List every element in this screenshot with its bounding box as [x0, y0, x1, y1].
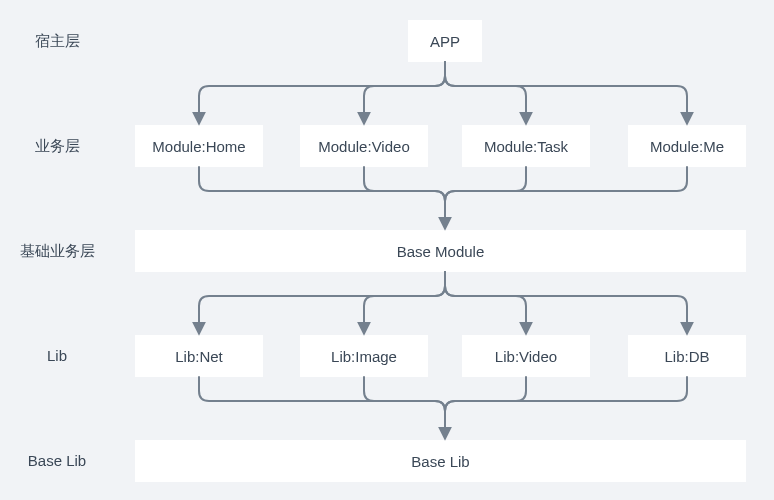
node-lib-db: Lib:DB — [628, 335, 746, 377]
node-base-module: Base Module — [135, 230, 746, 272]
node-lib-image: Lib:Image — [300, 335, 428, 377]
architecture-diagram: 宿主层 业务层 基础业务层 Lib Base Lib APP Module:Ho… — [0, 0, 774, 500]
node-base-lib: Base Lib — [135, 440, 746, 482]
node-app: APP — [408, 20, 482, 62]
node-module-home: Module:Home — [135, 125, 263, 167]
node-module-video: Module:Video — [300, 125, 428, 167]
layer-label-baselib: Base Lib — [17, 452, 97, 469]
node-lib-video: Lib:Video — [462, 335, 590, 377]
layer-label-base: 基础业务层 — [10, 242, 104, 261]
node-module-me: Module:Me — [628, 125, 746, 167]
node-module-task: Module:Task — [462, 125, 590, 167]
layer-label-host: 宿主层 — [17, 32, 97, 51]
layer-label-lib: Lib — [17, 347, 97, 364]
node-lib-net: Lib:Net — [135, 335, 263, 377]
layer-label-biz: 业务层 — [17, 137, 97, 156]
